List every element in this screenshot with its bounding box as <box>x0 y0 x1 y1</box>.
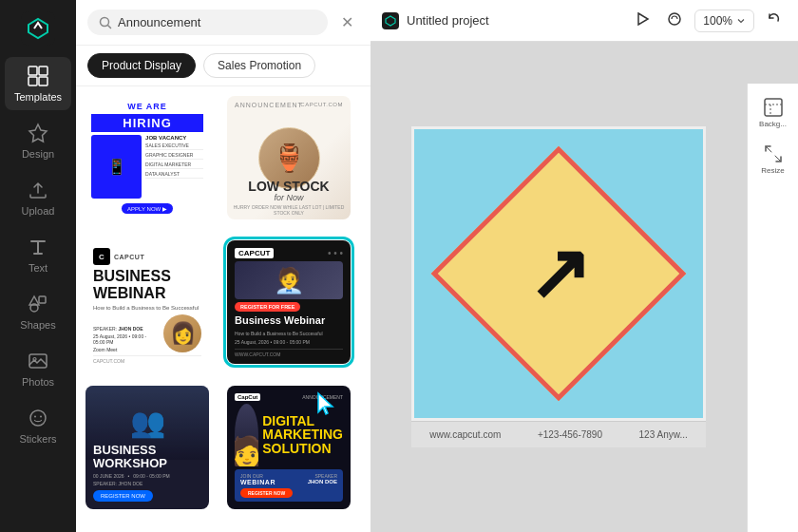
search-close-button[interactable]: ✕ <box>335 11 359 33</box>
sidebar-item-design-label: Design <box>22 148 54 160</box>
sidebar-item-photos[interactable]: Photos <box>5 342 71 395</box>
svg-rect-13 <box>382 12 399 29</box>
sidebar-item-upload[interactable]: Upload <box>5 171 71 224</box>
svg-rect-4 <box>39 77 48 86</box>
upload-icon <box>27 179 49 201</box>
templates-grid: WE ARE HIRING 📱 JOB VACANCY SALES EXECUT… <box>76 86 370 532</box>
play-button[interactable] <box>630 7 655 35</box>
template-card-workshop[interactable]: 👥 BUSINESS WORKSHOP 00 JUNE 2026 • 09:00… <box>86 386 209 509</box>
footer-phone: +123-456-7890 <box>538 429 602 440</box>
templates-panel: ✕ Product Display Sales Promotion WE ARE… <box>76 0 370 532</box>
resize-tool-label: Resize <box>761 166 784 175</box>
toolbar-app-icon <box>382 12 399 29</box>
toolbar-actions: 100% <box>630 7 787 35</box>
filter-tag-sales-promotion[interactable]: Sales Promotion <box>203 53 315 78</box>
shapes-icon <box>27 293 49 315</box>
svg-rect-6 <box>39 296 46 303</box>
sidebar-item-stickers-label: Stickers <box>19 433 56 445</box>
photos-icon <box>27 350 49 372</box>
svg-marker-14 <box>638 13 648 25</box>
canvas-toolbar: Untitled project 100% <box>370 0 798 42</box>
filter-tag-product-display[interactable]: Product Display <box>87 53 196 78</box>
template-card-webinar-dark[interactable]: CAPCUT • • • 🧑‍💼 REGISTER FOR FREE Busin… <box>227 240 351 364</box>
toolbar-logo <box>382 12 399 29</box>
canvas-content-wrap: Backg... Resize ↗ www.capcut.com <box>370 42 798 532</box>
search-input[interactable] <box>118 15 316 29</box>
design-icon <box>27 122 49 144</box>
undo-button[interactable] <box>762 7 787 35</box>
diamond-shape[interactable]: ↗ <box>431 146 687 402</box>
sidebar-item-templates-label: Templates <box>14 91 62 103</box>
svg-point-15 <box>669 13 680 25</box>
zoom-control[interactable]: 100% <box>694 10 754 32</box>
canvas-title: Untitled project <box>407 13 622 28</box>
sidebar-item-photos-label: Photos <box>22 376 54 388</box>
search-input-wrap[interactable] <box>87 10 328 35</box>
app-logo[interactable] <box>21 11 55 46</box>
svg-rect-1 <box>28 66 37 75</box>
footer-address: 123 Anyw... <box>639 429 688 440</box>
svg-point-9 <box>30 410 46 426</box>
zoom-value: 100% <box>703 14 732 28</box>
sidebar-item-design[interactable]: Design <box>5 114 71 167</box>
search-icon <box>99 16 112 29</box>
canvas-side-tools: Backg... Resize <box>747 84 798 532</box>
sidebar-item-text-label: Text <box>28 262 48 274</box>
resize-tool[interactable]: Resize <box>751 138 795 180</box>
svg-rect-3 <box>28 77 37 86</box>
svg-point-11 <box>40 416 42 418</box>
arrow-symbol: ↗ <box>527 236 591 312</box>
template-card-digital[interactable]: CapCut ANNOUNCEMENT 🧑 DIGITALMARKETINGSO… <box>227 386 351 509</box>
filter-tags: Product Display Sales Promotion <box>76 46 370 86</box>
canvas-right: Untitled project 100% <box>370 0 798 532</box>
svg-rect-0 <box>21 11 55 46</box>
chevron-down-icon <box>736 16 746 26</box>
sidebar-item-shapes-label: Shapes <box>20 319 55 331</box>
svg-rect-2 <box>39 66 48 75</box>
resize-icon <box>763 143 784 164</box>
text-icon <box>27 236 49 258</box>
sidebar-item-upload-label: Upload <box>22 205 55 217</box>
background-tool-label: Backg... <box>759 120 787 128</box>
background-icon <box>763 97 784 118</box>
stickers-icon <box>27 407 49 429</box>
svg-rect-16 <box>765 99 782 116</box>
sidebar-item-shapes[interactable]: Shapes <box>5 285 71 338</box>
canvas-draw-area[interactable]: ↗ www.capcut.com +123-456-7890 123 Anyw.… <box>370 42 798 532</box>
canvas-footer: www.capcut.com +123-456-7890 123 Anyw... <box>411 421 706 447</box>
svg-point-10 <box>34 416 36 418</box>
template-card-lowstock[interactable]: ANNOUNCEMENT CAPCUT.COM 🏺 LOW STOCK for … <box>227 96 351 219</box>
search-bar: ✕ <box>76 0 370 46</box>
canvas-frame[interactable]: ↗ <box>411 126 706 421</box>
templates-icon <box>27 65 49 87</box>
template-card-webinar-light[interactable]: C CAPCUT BUSINESSWEBINAR How to Build a … <box>86 240 209 364</box>
sidebar-item-templates[interactable]: Templates <box>5 57 71 110</box>
sidebar-item-stickers[interactable]: Stickers <box>5 399 71 452</box>
template-card-hiring[interactable]: WE ARE HIRING 📱 JOB VACANCY SALES EXECUT… <box>86 96 209 219</box>
sidebar: Templates Design Upload Text <box>0 0 76 532</box>
background-tool[interactable]: Backg... <box>751 91 795 134</box>
footer-url: www.capcut.com <box>429 429 501 440</box>
sidebar-item-text[interactable]: Text <box>5 228 71 281</box>
share-button[interactable] <box>662 7 687 35</box>
